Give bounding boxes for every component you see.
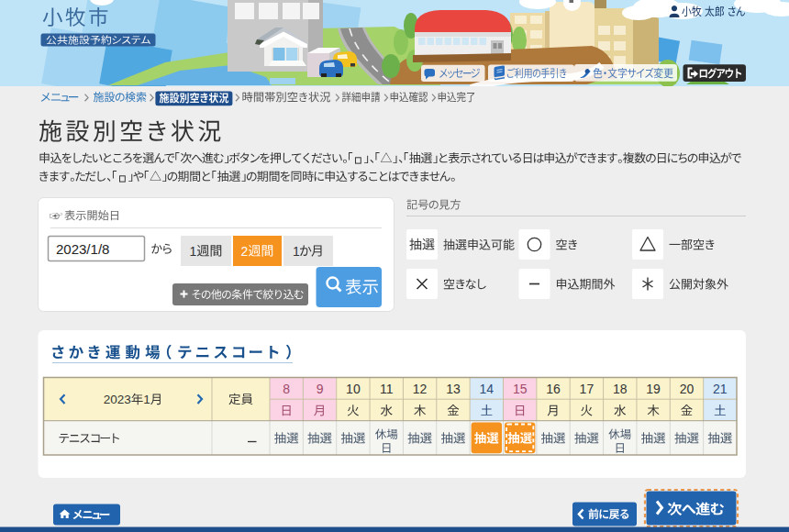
svg-text:2: 2 [241, 244, 249, 259]
svg-text:1: 1 [293, 244, 300, 259]
svg-text:1: 1 [190, 244, 197, 259]
svg-text:19: 19 [646, 382, 661, 396]
svg-text:15: 15 [513, 382, 528, 396]
svg-text:8: 8 [283, 382, 290, 396]
svg-text:2023: 2023 [104, 393, 131, 406]
svg-text:2023/1/8: 2023/1/8 [56, 241, 109, 257]
svg-text:11: 11 [380, 382, 394, 396]
svg-text:20: 20 [680, 382, 695, 396]
svg-text:9: 9 [317, 382, 324, 396]
svg-text:12: 12 [413, 382, 428, 396]
svg-text:18: 18 [613, 382, 628, 396]
svg-text:1: 1 [143, 393, 150, 406]
svg-text:21: 21 [713, 382, 728, 396]
svg-text:16: 16 [546, 382, 561, 396]
svg-text:10: 10 [346, 382, 361, 396]
svg-text:17: 17 [580, 382, 595, 396]
svg-text:14: 14 [480, 382, 495, 396]
svg-text:13: 13 [446, 382, 461, 396]
